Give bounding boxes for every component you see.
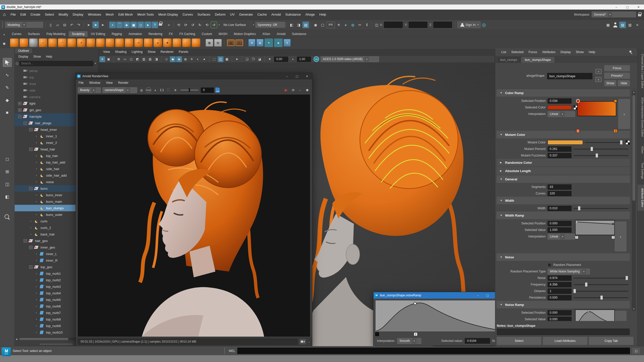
paint-select-tool-icon[interactable]: ✎ [3, 83, 12, 92]
frequency-field[interactable]: 4.356 [548, 282, 572, 287]
textured-icon[interactable]: ◈ [176, 56, 182, 62]
render-image[interactable] [78, 95, 310, 337]
section-header-width-ramp[interactable]: ▼Width Ramp [497, 212, 630, 219]
history-extra-icon[interactable]: ⟲ [204, 22, 210, 28]
collapse-icon[interactable]: − [29, 246, 32, 249]
four-pane-layout-icon[interactable]: ⊞ [3, 167, 12, 176]
persistence-slider[interactable] [574, 295, 628, 300]
active-history-icon[interactable]: ↺ [211, 22, 217, 28]
render-eye-icon[interactable]: ◉ [312, 22, 319, 28]
resolution-gate-icon[interactable]: ◻ [128, 56, 134, 62]
width-slider[interactable] [574, 206, 628, 211]
chevron-down-icon[interactable]: ▼ [253, 24, 254, 26]
viewport-menu-item[interactable]: Shading [112, 49, 129, 54]
persistence-field[interactable]: 0.500 [548, 295, 572, 300]
snap-to-curve-icon[interactable]: ⌒ [116, 22, 123, 28]
footer-button[interactable]: Load Attributes [543, 337, 588, 345]
selected-value-field[interactable]: 0.000 [548, 317, 572, 321]
lighting-icon[interactable]: ✳ [189, 56, 195, 62]
restore-button[interactable]: ▢ [292, 73, 302, 79]
amplify-tool-icon[interactable]: ✹ [163, 38, 172, 47]
aov-dropdown[interactable]: Beauty▼ [78, 87, 101, 93]
section-header-width[interactable]: ▼Width [497, 197, 630, 204]
freeze-select-icon[interactable]: ◔ [182, 38, 191, 47]
mirror-sculpt-icon[interactable]: ◈ [274, 38, 283, 47]
segments-field[interactable]: 43 [548, 184, 572, 190]
curves-field[interactable]: 100 [548, 191, 572, 196]
interpolation-dropdown[interactable]: Linear▼ [548, 234, 575, 239]
collapse-icon[interactable]: − [29, 128, 32, 131]
menu-item[interactable]: Curves [180, 13, 195, 16]
right-tab-xgen-interactive-groom-editor[interactable]: XGen Interactive Groom Editor [637, 94, 644, 140]
camera-dropdown[interactable]: cameraShape▼ [102, 87, 137, 93]
width-field[interactable]: 0.010 [548, 206, 572, 211]
imprint-tool-icon[interactable] [96, 38, 105, 47]
width-ramp-widget[interactable] [575, 220, 615, 235]
safe-title-icon[interactable]: ◨ [154, 56, 159, 62]
menu-item[interactable]: Surfaces [195, 13, 212, 16]
scroll-down-icon[interactable]: ▼ [632, 307, 636, 311]
zoom-ratio[interactable]: 1:1 [160, 88, 164, 92]
move-tool-icon[interactable]: ◆ [3, 96, 12, 105]
selected-value-field[interactable]: 1.000 [548, 227, 572, 233]
right-tab-channel-box-layer-editor[interactable]: Channel Box / Layer Editor [637, 50, 644, 92]
menu-item[interactable]: Edit [18, 13, 28, 16]
refresh-render-icon[interactable]: ⟳ [290, 87, 296, 93]
input-connection-icon[interactable]: » [595, 69, 601, 74]
menu-item[interactable]: File [8, 13, 18, 16]
section-header-mutant-color[interactable]: ▼Mutant Color [497, 131, 630, 138]
update-subdiv-icon[interactable]: ✦ [264, 38, 273, 47]
maya-taskbar-icon[interactable]: MAYA [2, 347, 11, 356]
select-tool-icon[interactable] [3, 58, 12, 67]
snap-to-view-plane-icon[interactable]: ◇ [137, 22, 144, 28]
z-input[interactable] [433, 22, 452, 28]
renderview-menu-item[interactable]: Window [86, 81, 103, 85]
minimize-button[interactable]: – [473, 292, 483, 299]
menu-item[interactable]: Help [317, 13, 328, 16]
chevron-down-icon[interactable]: ▼ [218, 24, 220, 26]
pane-toggle-icon[interactable]: ◪ [257, 56, 262, 62]
tool-settings-toggle-icon[interactable]: ≡ [634, 22, 640, 28]
selected-value-field[interactable]: 0.9194 [465, 338, 490, 344]
vector-displace-icon[interactable]: ↯ [284, 39, 291, 47]
relax-tool-icon[interactable] [29, 38, 38, 47]
absolute-transform-icon[interactable]: ◫ [373, 22, 380, 28]
make-live-icon[interactable]: ● [144, 22, 151, 28]
shelf-tab[interactable]: Custom [198, 31, 215, 37]
footer-button[interactable]: Select [497, 337, 542, 345]
render-settings-gear-icon[interactable]: ✱ [305, 87, 310, 93]
scroll-up-icon[interactable]: ▲ [632, 91, 636, 94]
shelf-tab[interactable]: Animation [125, 31, 145, 37]
isolate-select-icon[interactable]: ⬚ [211, 56, 217, 62]
input-connections-icon[interactable]: ⟲ [175, 22, 182, 28]
shelf-tab[interactable]: FX [166, 31, 176, 37]
ae-menu-item[interactable]: List [499, 50, 509, 54]
shelf-tab[interactable]: Surfaces [25, 31, 43, 37]
renderview-titlebar[interactable]: M Arnold RenderView – ▢ ✕ [76, 73, 312, 79]
spray-tool-icon[interactable]: ✦ [77, 38, 86, 47]
sign-in-button[interactable]: Sign In ▼ [457, 21, 481, 28]
select-object-icon[interactable]: ➤ [92, 22, 99, 28]
menu-item[interactable]: Select [43, 13, 56, 16]
footer-button[interactable]: Copy Tab [589, 337, 634, 345]
live-surface-button[interactable]: No Live Surface [221, 23, 248, 27]
show-button[interactable]: Show [604, 80, 617, 87]
reference-image-icon[interactable]: ▣ [227, 39, 235, 46]
section-header-color-ramp[interactable]: ▼Color Ramp [497, 89, 630, 97]
outliner-pane-layout-icon[interactable]: ◧ [3, 192, 12, 201]
focus-button[interactable]: Focus [604, 65, 630, 71]
ramp-delete-handle[interactable]: ╳ [614, 129, 617, 133]
scroll-left-icon[interactable]: ◀ [16, 338, 19, 340]
menu-item[interactable]: Mesh Tools [135, 13, 156, 16]
expand-icon[interactable]: + [18, 102, 21, 105]
snap-to-point-icon[interactable]: ◈ [123, 22, 130, 28]
color-management-toggle[interactable]: ON [314, 56, 319, 62]
exposure-field[interactable]: 0.00 [274, 57, 288, 62]
outliner-menu-item[interactable]: Display [16, 54, 30, 59]
ramp-window-titlebar[interactable]: M bun_clumpsShape.noiseRamp – ▢ ✕ [373, 292, 502, 299]
hypershade-icon[interactable]: ● [343, 22, 349, 28]
menu-item[interactable]: Generate [237, 13, 255, 16]
ramp-delete-handle[interactable]: ╳ [576, 129, 580, 133]
x-input[interactable] [384, 22, 403, 28]
snap-help-icon[interactable]: ? [151, 22, 158, 28]
